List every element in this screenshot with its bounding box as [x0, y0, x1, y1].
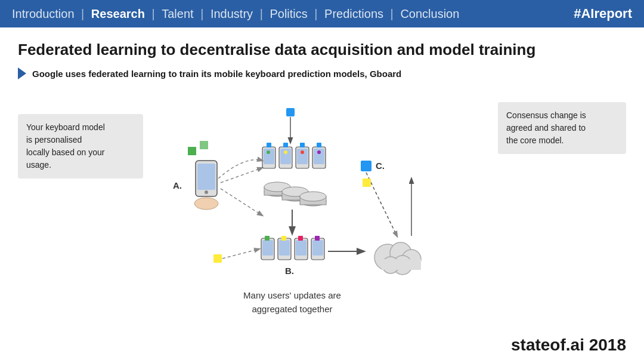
svg-rect-40 [281, 236, 286, 241]
svg-rect-5 [188, 147, 196, 155]
svg-point-3 [194, 198, 218, 210]
svg-rect-59 [363, 179, 371, 187]
separator: | [81, 7, 88, 20]
svg-rect-11 [267, 143, 271, 147]
info-box-right: Consensus change isagreed and shared tot… [498, 102, 626, 154]
separator: | [200, 7, 207, 20]
svg-rect-42 [296, 240, 306, 256]
arrow-icon [18, 67, 26, 79]
svg-rect-1 [197, 164, 215, 190]
svg-line-7 [221, 168, 262, 183]
svg-text:C.: C. [376, 161, 385, 171]
hashtag-label: #AIreport [574, 6, 632, 21]
svg-rect-43 [298, 236, 303, 241]
diagram-area: Your keyboard modelis personalisedlocall… [18, 90, 626, 323]
separator: | [260, 7, 267, 20]
svg-rect-17 [300, 143, 305, 147]
nav-item-introduction[interactable]: Introduction [12, 7, 75, 20]
nav-item-research[interactable]: Research [91, 7, 145, 20]
svg-rect-60 [286, 108, 295, 116]
svg-point-32 [301, 150, 304, 154]
svg-rect-45 [312, 240, 323, 256]
svg-point-33 [317, 150, 321, 154]
federated-learning-diagram: A. [125, 90, 495, 317]
svg-rect-14 [283, 143, 288, 147]
svg-text:A.: A. [173, 180, 182, 190]
subtitle-text: Google uses federated learning to train … [32, 69, 401, 79]
navigation: Introduction | Research | Talent | Indus… [12, 7, 459, 21]
svg-rect-6 [200, 141, 208, 149]
svg-line-63 [222, 249, 259, 259]
nav-item-industry[interactable]: Industry [210, 7, 253, 20]
page-title: Federated learning to decentralise data … [18, 41, 626, 59]
svg-rect-20 [317, 143, 321, 147]
nav-item-politics[interactable]: Politics [270, 7, 307, 20]
svg-text:B.: B. [285, 266, 294, 276]
brand-text: stateof.ai 2018 [511, 336, 626, 354]
info-box-left: Your keyboard modelis personalisedlocall… [18, 114, 143, 179]
nav-item-talent[interactable]: Talent [162, 7, 193, 20]
svg-point-29 [300, 192, 326, 201]
svg-rect-37 [265, 236, 270, 241]
svg-rect-62 [213, 254, 222, 263]
main-content: Federated learning to decentralise data … [0, 27, 644, 329]
separator: | [314, 7, 321, 20]
svg-rect-54 [382, 259, 421, 270]
svg-point-31 [284, 150, 287, 154]
svg-rect-46 [315, 236, 320, 241]
nav-item-predictions[interactable]: Predictions [324, 7, 383, 20]
svg-point-30 [267, 150, 270, 154]
footer-brand: stateof.ai 2018 [511, 336, 626, 355]
svg-rect-39 [279, 240, 290, 256]
separator: | [151, 7, 158, 20]
header-bar: Introduction | Research | Talent | Indus… [0, 0, 644, 27]
svg-rect-55 [361, 161, 371, 171]
nav-item-conclusion[interactable]: Conclusion [400, 7, 459, 20]
svg-line-8 [221, 189, 262, 216]
svg-point-2 [205, 190, 208, 194]
separator: | [391, 7, 397, 20]
svg-rect-36 [262, 240, 273, 256]
subtitle-row: Google uses federated learning to train … [18, 67, 626, 79]
